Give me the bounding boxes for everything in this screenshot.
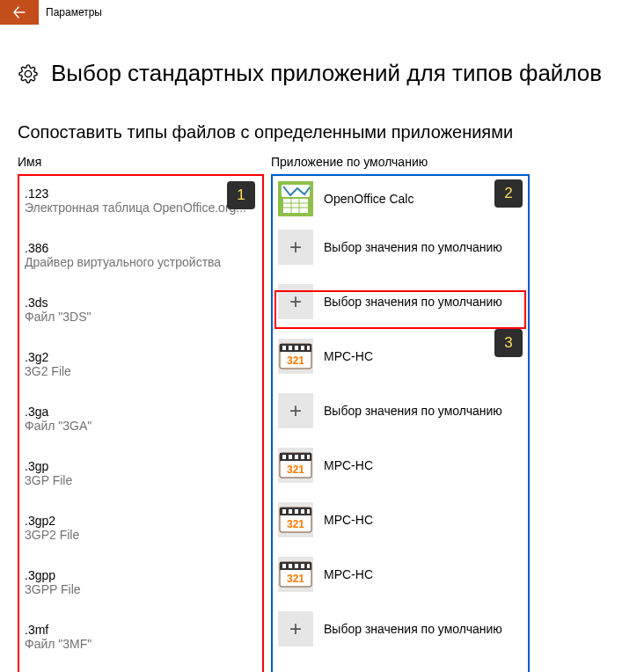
- file-type-row[interactable]: .386 Драйвер виртуального устройства: [19, 236, 262, 290]
- svg-rect-11: [295, 346, 298, 350]
- file-type-row[interactable]: .3gp 3GP File: [19, 454, 262, 508]
- file-type-row[interactable]: .3ga Файл "3GA": [19, 399, 262, 454]
- app-label: MPC-HC: [324, 349, 373, 363]
- svg-rect-25: [282, 509, 286, 514]
- mpc-hc-icon: 321: [278, 502, 313, 537]
- svg-rect-9: [282, 346, 286, 350]
- file-type-row[interactable]: .3g2 3G2 File: [19, 345, 262, 399]
- svg-rect-13: [307, 346, 310, 350]
- default-app-button[interactable]: + Выбор значения по умолчанию: [278, 220, 523, 274]
- file-description: Драйвер виртуального устройства: [25, 255, 257, 269]
- svg-rect-28: [301, 509, 304, 514]
- plus-icon: +: [278, 393, 313, 428]
- file-type-row[interactable]: .3ds Файл "3DS": [19, 290, 262, 345]
- app-label: Выбор значения по умолчанию: [324, 622, 502, 636]
- mpc-hc-icon: 321: [278, 448, 313, 483]
- plus-icon: +: [278, 230, 313, 265]
- file-description: Файл "3GA": [25, 419, 257, 433]
- back-button[interactable]: [0, 0, 39, 25]
- default-app-button[interactable]: + Выбор значения по умолчанию: [278, 383, 523, 438]
- default-app-button[interactable]: 321 MPC-HC: [278, 493, 523, 547]
- app-label: OpenOffice Calc: [324, 192, 413, 206]
- file-description: Электронная таблица OpenOffice.org...: [25, 201, 257, 215]
- file-extension: .3g2: [25, 350, 257, 364]
- app-label: MPC-HC: [324, 567, 373, 581]
- default-app-list: 2 3 OpenOffice Calc: [271, 174, 530, 672]
- file-extension: .3gp: [25, 459, 257, 473]
- svg-rect-20: [301, 455, 304, 459]
- svg-rect-21: [307, 455, 310, 459]
- svg-rect-35: [295, 564, 298, 568]
- file-extension: .386: [25, 241, 257, 255]
- gear-icon: [18, 63, 39, 84]
- file-type-row[interactable]: .123 Электронная таблица OpenOffice.org.…: [19, 181, 262, 236]
- svg-text:321: 321: [287, 464, 304, 476]
- svg-rect-29: [307, 509, 310, 514]
- column-header-name: Имя: [18, 155, 264, 169]
- file-description: Файл "3MF": [25, 637, 257, 651]
- svg-rect-37: [307, 564, 310, 568]
- default-app-button[interactable]: + Выбор значения по умолчанию: [278, 602, 523, 656]
- svg-rect-18: [289, 455, 292, 459]
- svg-rect-26: [289, 509, 292, 514]
- app-label: Выбор значения по умолчанию: [324, 295, 502, 309]
- svg-text:321: 321: [287, 518, 304, 530]
- file-description: 3GPP File: [25, 582, 257, 596]
- default-app-button[interactable]: + Выбор значения по умолчанию: [278, 274, 523, 329]
- back-arrow-icon: [12, 5, 26, 19]
- step-badge-3: 3: [494, 329, 523, 357]
- file-description: 3GP2 File: [25, 528, 257, 542]
- svg-rect-19: [295, 455, 298, 459]
- svg-text:321: 321: [287, 573, 304, 585]
- plus-icon: +: [278, 284, 313, 319]
- file-description: 3G2 File: [25, 364, 257, 378]
- file-type-row[interactable]: .3mf Файл "3MF": [19, 617, 262, 672]
- svg-text:321: 321: [287, 354, 304, 367]
- column-header-app: Приложение по умолчанию: [271, 155, 626, 169]
- plus-icon: +: [278, 611, 313, 646]
- app-label: MPC-HC: [324, 458, 373, 472]
- mpc-hc-icon: 321: [278, 557, 313, 592]
- app-label: Выбор значения по умолчанию: [324, 240, 502, 254]
- default-app-button[interactable]: 321 MPC-HC: [278, 329, 523, 383]
- svg-rect-36: [301, 564, 304, 568]
- svg-rect-27: [295, 509, 298, 514]
- file-type-row[interactable]: .3gpp 3GPP File: [19, 563, 262, 617]
- page-title: Выбор стандартных приложений для типов ф…: [51, 60, 602, 87]
- default-app-button[interactable]: 321 MPC-HC: [278, 438, 523, 493]
- window-title: Параметры: [39, 0, 102, 25]
- file-extension: .3ga: [25, 405, 257, 419]
- default-app-button[interactable]: 321 MPC-HC: [278, 547, 523, 602]
- default-app-button[interactable]: OpenOffice Calc: [278, 178, 523, 220]
- file-extension: .123: [25, 186, 257, 201]
- file-extension: .3gp2: [25, 514, 257, 528]
- file-description: Файл "3DS": [25, 310, 257, 324]
- step-badge-1: 1: [227, 181, 255, 209]
- svg-rect-33: [282, 564, 286, 568]
- file-type-list: 1 .123 Электронная таблица OpenOffice.or…: [18, 174, 264, 672]
- svg-rect-2: [283, 199, 308, 213]
- file-type-row[interactable]: .3gp2 3GP2 File: [19, 508, 262, 563]
- file-description: 3GP File: [25, 473, 257, 487]
- svg-rect-10: [289, 346, 292, 350]
- svg-rect-17: [282, 455, 286, 459]
- page-subtitle: Сопоставить типы файлов с определенными …: [18, 122, 626, 142]
- page-body: Выбор стандартных приложений для типов ф…: [0, 25, 644, 672]
- mpc-hc-icon: 321: [278, 339, 313, 374]
- titlebar: Параметры: [0, 0, 644, 25]
- svg-rect-34: [289, 564, 292, 568]
- step-badge-2: 2: [494, 179, 523, 208]
- file-extension: .3gpp: [25, 568, 257, 582]
- app-label: MPC-HC: [324, 513, 373, 527]
- app-label: Выбор значения по умолчанию: [324, 404, 502, 418]
- file-extension: .3ds: [25, 296, 257, 310]
- svg-rect-12: [301, 346, 304, 350]
- file-extension: .3mf: [25, 623, 257, 637]
- openoffice-calc-icon: [278, 181, 313, 216]
